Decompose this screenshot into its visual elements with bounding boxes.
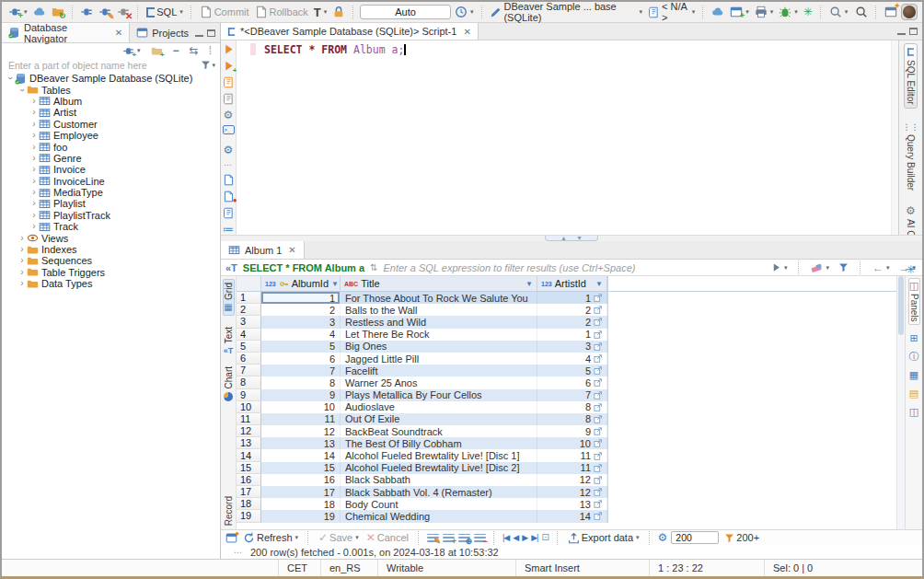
show-problems-button[interactable]: ● <box>223 191 235 203</box>
cell-title[interactable]: Body Count <box>341 498 537 510</box>
cell-title[interactable]: Black Sabbath <box>341 474 537 486</box>
tree-expander-icon[interactable]: › <box>17 86 27 95</box>
tree-item[interactable]: ›Playlist <box>2 198 220 209</box>
cell-artistid[interactable]: 12 <box>537 486 607 498</box>
cell-albumid[interactable]: 13 <box>261 437 341 449</box>
maximize-icon[interactable] <box>909 28 918 35</box>
cell-title[interactable]: Big Ones <box>341 341 537 353</box>
tree-expander-icon[interactable]: › <box>29 143 39 152</box>
foreign-key-link-icon[interactable] <box>594 354 602 363</box>
foreign-key-link-icon[interactable] <box>594 318 602 326</box>
cell-albumid[interactable]: 17 <box>261 486 341 498</box>
tree-expander-icon[interactable]: › <box>29 131 39 140</box>
outline-button[interactable]: ≔ <box>223 224 234 235</box>
column-header-albumid[interactable]: 123AlbumId▼ <box>261 276 341 291</box>
tree-item[interactable]: ›Track <box>2 221 220 232</box>
row-number-cell[interactable]: 17 <box>237 486 261 498</box>
refresh-button[interactable]: Refresh▾ <box>241 531 300 545</box>
cell-artistid[interactable]: 11 <box>537 449 607 461</box>
open-sql-console-button[interactable]: >_ <box>223 125 235 134</box>
cell-title[interactable]: Plays Metallica By Four Cellos <box>341 389 537 401</box>
cell-albumid[interactable]: 12 <box>261 425 341 437</box>
minimize-icon[interactable] <box>897 28 906 35</box>
history-back-button[interactable]: ←▾ <box>871 261 892 274</box>
foreign-key-link-icon[interactable] <box>594 306 602 314</box>
execute-script-button[interactable] <box>223 76 235 88</box>
foreign-key-link-icon[interactable] <box>594 500 602 508</box>
tab-sql-editor[interactable]: SQL Editor <box>904 43 918 109</box>
add-row-button[interactable]: + <box>443 533 455 543</box>
row-number-cell[interactable]: 18 <box>237 498 261 510</box>
row-number-cell[interactable]: 4 <box>237 329 261 341</box>
focus-cell-icon[interactable]: ⊡ <box>541 533 549 542</box>
table-row[interactable]: 1212BackBeat Soundtrack9 <box>237 425 896 437</box>
foreign-key-link-icon[interactable] <box>594 403 602 411</box>
tree-expander-icon[interactable]: › <box>29 188 39 197</box>
tree-expander-icon[interactable]: › <box>29 165 39 174</box>
commit-mode-combo[interactable]: Auto <box>360 5 451 19</box>
tree-expander-icon[interactable]: › <box>29 211 39 220</box>
table-row[interactable]: 11For Those About To Rock We Salute You1 <box>237 292 896 304</box>
close-icon[interactable]: ✕ <box>115 28 122 38</box>
tree-expander-icon[interactable]: › <box>17 245 27 254</box>
tree-item[interactable]: ›Indexes <box>2 244 220 255</box>
cell-artistid[interactable]: 13 <box>537 498 607 510</box>
cell-title[interactable]: Facelift <box>341 365 537 376</box>
row-number-cell[interactable]: 1 <box>237 292 261 304</box>
cell-title[interactable]: Warner 25 Anos <box>341 376 537 388</box>
calculator-icon[interactable]: ▦ <box>909 370 918 380</box>
table-row[interactable]: 1313The Best Of Billy Cobham10 <box>237 437 896 449</box>
tree-item[interactable]: ›Invoice <box>2 164 220 175</box>
row-number-cell[interactable]: 13 <box>237 437 261 449</box>
cell-artistid[interactable]: 2 <box>537 304 607 316</box>
foreign-key-link-icon[interactable] <box>594 512 602 520</box>
cell-albumid[interactable]: 9 <box>261 389 341 401</box>
table-row[interactable]: 44Let There Be Rock1 <box>237 329 896 341</box>
cell-title[interactable]: Alcohol Fueled Brewtality Live! [Disc 2] <box>341 462 537 474</box>
cell-title[interactable]: For Those About To Rock We Salute You <box>341 292 537 304</box>
tab-database-navigator[interactable]: Database Navigator ✕ <box>2 23 130 42</box>
cloud-settings-button[interactable] <box>710 5 726 19</box>
filter-menu-button[interactable] <box>837 261 850 273</box>
table-row[interactable]: 1414Alcohol Fueled Brewtality Live! [Dis… <box>237 449 896 461</box>
tree-expander-icon[interactable]: › <box>17 268 27 277</box>
column-header-artistid[interactable]: 123ArtistId▼ <box>537 276 607 291</box>
link-with-editor-button[interactable]: ⇆ <box>188 44 201 57</box>
cell-title[interactable]: Jagged Little Pill <box>341 353 537 365</box>
table-row[interactable]: 1717Black Sabbath Vol. 4 (Remaster)12 <box>237 486 896 498</box>
status-menu-icon[interactable]: ⋯ <box>234 548 243 557</box>
cell-artistid[interactable]: 14 <box>537 510 607 522</box>
cloud-connections-button[interactable] <box>31 5 48 19</box>
open-in-new-window-button[interactable]: ● <box>225 532 237 544</box>
maximize-icon[interactable] <box>207 29 215 37</box>
table-row[interactable]: 77Facelift5 <box>237 365 896 376</box>
grid-scrollbar[interactable] <box>896 276 905 529</box>
tree-item[interactable]: ›Views <box>2 232 220 243</box>
tab-panels[interactable]: ◫ Panels <box>908 278 920 325</box>
metadata-icon[interactable]: ⓘ <box>909 352 919 362</box>
cell-artistid[interactable]: 3 <box>537 341 607 353</box>
filter-icon[interactable] <box>201 60 211 70</box>
open-new-window-button[interactable]: +▾ <box>728 5 751 19</box>
expand-filter-icon[interactable]: ⇅ <box>370 262 377 272</box>
foreign-key-link-icon[interactable] <box>594 427 602 435</box>
cell-albumid[interactable]: 11 <box>261 413 341 425</box>
search-menu-button[interactable]: ▾ <box>827 5 850 19</box>
transaction-log-button[interactable]: ▾ <box>453 5 476 19</box>
tree-expander-icon[interactable]: › <box>17 279 27 288</box>
cell-albumid[interactable]: 1 <box>261 292 341 304</box>
cell-title[interactable]: Alcohol Fueled Brewtality Live! [Disc 1] <box>341 449 537 461</box>
column-header-title[interactable]: ABCTitle▼ <box>341 276 537 291</box>
aggregate-icon[interactable]: ▤ <box>909 388 918 399</box>
tree-item[interactable]: ›DBeaver Sample Database (SQLite) <box>2 73 220 84</box>
show-output-button[interactable] <box>223 174 235 186</box>
foreign-key-link-icon[interactable] <box>594 391 602 400</box>
close-icon[interactable]: ✕ <box>288 245 295 255</box>
add-folder-button[interactable]: + <box>149 44 165 58</box>
execute-script-natural-button[interactable] <box>223 93 235 105</box>
execute-statement-button[interactable] <box>223 43 235 55</box>
references-icon[interactable]: ◫ <box>909 407 918 417</box>
print-button[interactable]: ▾ <box>753 5 776 19</box>
tab-query-builder[interactable]: ⋮⋮ Query Builder <box>903 123 919 191</box>
show-log-button[interactable] <box>223 207 235 219</box>
